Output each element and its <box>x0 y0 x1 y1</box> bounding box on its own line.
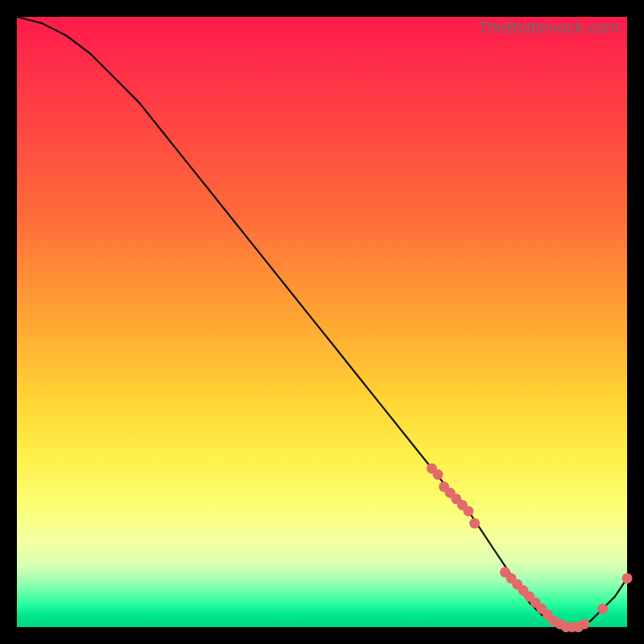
bottleneck-curve-svg <box>17 17 627 627</box>
highlight-dot <box>469 518 480 529</box>
highlight-dot <box>622 573 633 584</box>
highlight-dot <box>463 506 473 517</box>
chart-stage: TheBottleneck.com <box>0 0 644 644</box>
highlight-dot <box>579 619 589 630</box>
chart-plot-area: TheBottleneck.com <box>17 17 627 627</box>
highlight-dot <box>433 469 444 480</box>
highlight-dots-group <box>427 463 633 632</box>
bottleneck-curve-path <box>17 17 627 627</box>
highlight-dot <box>597 604 608 614</box>
